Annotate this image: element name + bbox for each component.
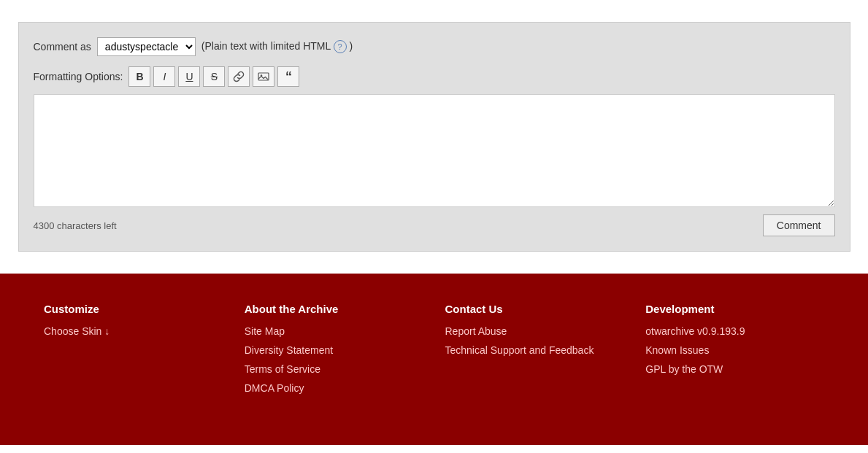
dmca-policy-link[interactable]: DMCA Policy xyxy=(245,382,304,394)
site-map-link[interactable]: Site Map xyxy=(245,325,285,337)
otwarchive-version-link[interactable]: otwarchive v0.9.193.9 xyxy=(645,325,745,337)
help-icon[interactable]: ? xyxy=(334,40,347,53)
list-item: Terms of Service xyxy=(245,363,423,375)
terms-of-service-link[interactable]: Terms of Service xyxy=(245,363,320,375)
list-item: Site Map xyxy=(245,325,423,337)
bold-button[interactable]: B xyxy=(128,66,150,87)
list-item: Technical Support and Feedback xyxy=(445,344,624,356)
comment-section: Comment as adustyspectacle (Plain text w… xyxy=(18,22,850,252)
list-item: Known Issues xyxy=(645,344,824,356)
underline-button[interactable]: U xyxy=(178,66,200,87)
diversity-statement-link[interactable]: Diversity Statement xyxy=(245,344,333,356)
footer-grid: Customize Choose Skin ↓ About the Archiv… xyxy=(44,303,824,401)
comment-textarea[interactable] xyxy=(34,94,835,207)
footer-links-development: otwarchive v0.9.193.9 Known Issues GPL b… xyxy=(645,325,824,375)
image-icon xyxy=(258,71,269,82)
strikethrough-button[interactable]: S xyxy=(203,66,225,87)
comment-button[interactable]: Comment xyxy=(763,214,835,236)
list-item: DMCA Policy xyxy=(245,382,423,394)
list-item: Diversity Statement xyxy=(245,344,423,356)
comment-as-row: Comment as adustyspectacle (Plain text w… xyxy=(34,37,835,56)
footer-heading-customize: Customize xyxy=(44,303,223,315)
footer-heading-development: Development xyxy=(645,303,824,315)
link-button[interactable] xyxy=(228,66,250,87)
site-footer: Customize Choose Skin ↓ About the Archiv… xyxy=(0,274,868,445)
comment-as-label: Comment as xyxy=(34,41,91,53)
footer-heading-about: About the Archive xyxy=(245,303,423,315)
list-item: GPL by the OTW xyxy=(645,363,824,375)
known-issues-link[interactable]: Known Issues xyxy=(645,344,709,356)
formatting-row: Formatting Options: B I U S “ xyxy=(34,66,835,87)
chars-left: 4300 characters left xyxy=(34,220,117,231)
otw-link[interactable]: OTW xyxy=(699,363,723,375)
gpl-link[interactable]: GPL xyxy=(645,363,666,375)
footer-links-contact: Report Abuse Technical Support and Feedb… xyxy=(445,325,624,356)
formatting-label: Formatting Options: xyxy=(34,71,123,82)
footer-col-development: Development otwarchive v0.9.193.9 Known … xyxy=(645,303,824,401)
image-button[interactable] xyxy=(253,66,274,87)
list-item: Report Abuse xyxy=(445,325,624,337)
footer-col-contact: Contact Us Report Abuse Technical Suppor… xyxy=(445,303,624,401)
list-item: otwarchive v0.9.193.9 xyxy=(645,325,824,337)
footer-heading-contact: Contact Us xyxy=(445,303,624,315)
footer-col-customize: Customize Choose Skin ↓ xyxy=(44,303,223,401)
comment-footer: 4300 characters left Comment xyxy=(34,214,835,236)
choose-skin-link[interactable]: Choose Skin ↓ xyxy=(44,325,110,337)
quote-button[interactable]: “ xyxy=(277,66,299,87)
report-abuse-link[interactable]: Report Abuse xyxy=(445,325,507,337)
footer-links-about: Site Map Diversity Statement Terms of Se… xyxy=(245,325,423,394)
technical-support-link[interactable]: Technical Support and Feedback xyxy=(445,344,594,356)
comment-as-select[interactable]: adustyspectacle xyxy=(97,37,196,56)
link-icon xyxy=(233,71,245,82)
plain-text-note: (Plain text with limited HTML ? ) xyxy=(201,40,353,53)
gpl-text: GPL by the OTW xyxy=(645,363,723,375)
italic-button[interactable]: I xyxy=(153,66,175,87)
list-item: Choose Skin ↓ xyxy=(44,325,223,337)
footer-col-about: About the Archive Site Map Diversity Sta… xyxy=(245,303,423,401)
footer-links-customize: Choose Skin ↓ xyxy=(44,325,223,337)
